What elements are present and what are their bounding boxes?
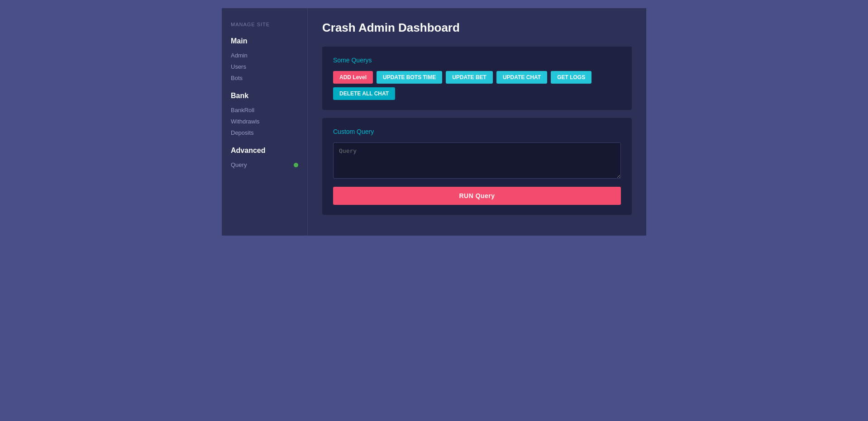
sidebar: MANAGE SITE Main Admin Users Bots Bank B…	[222, 8, 308, 236]
query-textarea[interactable]	[333, 142, 621, 179]
query-active-dot	[294, 163, 298, 167]
custom-query-panel: Custom Query RUN Query	[322, 118, 632, 215]
sidebar-section-advanced: Advanced	[231, 147, 298, 155]
sidebar-item-admin[interactable]: Admin	[231, 50, 298, 61]
sidebar-item-bots[interactable]: Bots	[231, 72, 298, 84]
sidebar-section-main: Main	[231, 37, 298, 45]
main-content: Crash Admin Dashboard Some Querys ADD Le…	[308, 8, 646, 236]
query-buttons-container: ADD Level UPDATE BOTS TIME UPDATE BET UP…	[333, 71, 621, 100]
update-bots-time-button[interactable]: UPDATE BOTS TIME	[377, 71, 442, 84]
sidebar-section-bank: Bank	[231, 92, 298, 100]
sidebar-item-deposits[interactable]: Deposits	[231, 127, 298, 138]
sidebar-item-query[interactable]: Query	[231, 159, 298, 170]
sidebar-item-withdrawls[interactable]: Withdrawls	[231, 116, 298, 127]
page-title: Crash Admin Dashboard	[322, 21, 632, 35]
sidebar-item-users[interactable]: Users	[231, 61, 298, 72]
sidebar-manage-site-label: MANAGE SITE	[231, 22, 298, 27]
update-chat-button[interactable]: UPDATE CHAT	[496, 71, 547, 84]
add-level-button[interactable]: ADD Level	[333, 71, 373, 84]
some-queries-title: Some Querys	[333, 57, 621, 64]
run-query-button[interactable]: RUN Query	[333, 187, 621, 205]
update-bet-button[interactable]: UPDATE BET	[446, 71, 493, 84]
delete-all-chat-button[interactable]: DELETE ALL CHAT	[333, 87, 395, 100]
custom-query-title: Custom Query	[333, 128, 621, 135]
some-queries-panel: Some Querys ADD Level UPDATE BOTS TIME U…	[322, 47, 632, 110]
get-logs-button[interactable]: GET LOGS	[551, 71, 591, 84]
sidebar-item-bankroll[interactable]: BankRoll	[231, 104, 298, 116]
